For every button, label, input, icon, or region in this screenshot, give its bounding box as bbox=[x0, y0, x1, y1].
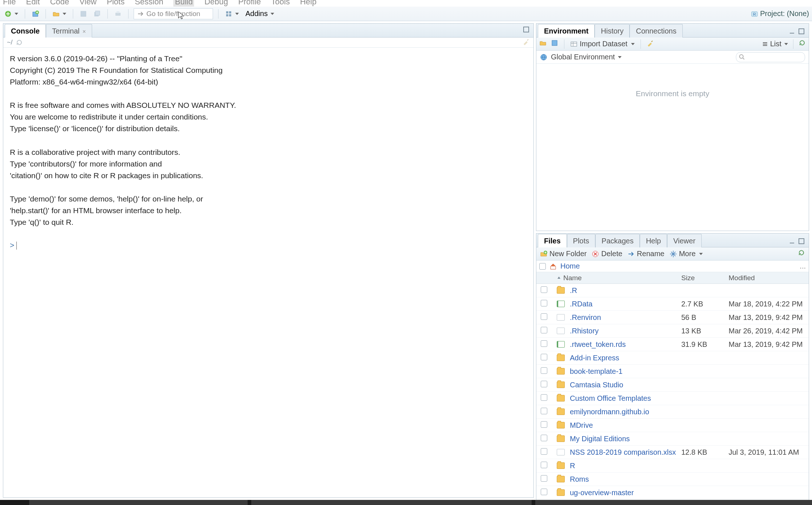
file-row[interactable]: R bbox=[536, 459, 809, 473]
header-size[interactable]: Size bbox=[681, 274, 729, 282]
file-checkbox[interactable] bbox=[541, 300, 547, 306]
new-project-button[interactable] bbox=[30, 9, 40, 18]
refresh-env-button[interactable] bbox=[799, 39, 806, 48]
tab-viewer[interactable]: Viewer bbox=[667, 234, 702, 247]
tab-help[interactable]: Help bbox=[640, 234, 667, 247]
env-scope-bar: Global Environment bbox=[536, 51, 809, 64]
env-search-input[interactable] bbox=[736, 52, 805, 62]
tab-packages[interactable]: Packages bbox=[595, 234, 640, 247]
file-checkbox[interactable] bbox=[541, 340, 547, 347]
file-row[interactable]: .Rhistory13 KBMar 26, 2019, 4:42 PM bbox=[536, 324, 809, 338]
menu-help[interactable]: Help bbox=[300, 0, 316, 7]
restart-icon[interactable] bbox=[16, 39, 23, 46]
maximize-icon[interactable] bbox=[798, 238, 805, 245]
file-name: .R bbox=[570, 286, 577, 295]
menu-plots[interactable]: Plots bbox=[107, 0, 125, 7]
save-all-button[interactable] bbox=[92, 9, 102, 18]
new-folder-button[interactable]: New Folder bbox=[540, 250, 587, 258]
new-file-button[interactable] bbox=[3, 9, 20, 18]
file-row[interactable]: NSS 2018-2019 comparison.xlsx12.8 KBJul … bbox=[536, 446, 809, 459]
file-checkbox[interactable] bbox=[541, 462, 547, 468]
file-checkbox[interactable] bbox=[541, 435, 547, 441]
save-workspace-button[interactable] bbox=[551, 39, 558, 48]
open-file-button[interactable] bbox=[51, 9, 68, 18]
menu-debug[interactable]: Debug bbox=[204, 0, 228, 7]
maximize-button[interactable] bbox=[519, 24, 533, 37]
print-button[interactable] bbox=[113, 9, 123, 18]
file-checkbox[interactable] bbox=[541, 421, 547, 428]
header-name[interactable]: Name bbox=[555, 274, 681, 282]
file-checkbox[interactable] bbox=[541, 408, 547, 414]
more-button[interactable]: More bbox=[670, 250, 703, 258]
tab-connections[interactable]: Connections bbox=[630, 24, 682, 38]
delete-button[interactable]: Delete bbox=[592, 250, 622, 258]
file-checkbox[interactable] bbox=[541, 475, 547, 482]
tab-history[interactable]: History bbox=[595, 24, 630, 38]
menu-edit[interactable]: Edit bbox=[26, 0, 40, 7]
plus-circle-icon bbox=[4, 10, 12, 17]
tab-plots[interactable]: Plots bbox=[567, 234, 595, 247]
file-row[interactable]: Camtasia Studio bbox=[536, 378, 809, 392]
console-output[interactable]: R version 3.6.0 (2019-04-26) -- "Plantin… bbox=[3, 48, 533, 497]
grid-button[interactable] bbox=[224, 9, 240, 18]
file-checkbox[interactable] bbox=[541, 489, 547, 495]
file-row[interactable]: .R bbox=[536, 284, 809, 297]
file-row[interactable]: Add-in Express bbox=[536, 351, 809, 365]
file-checkbox[interactable] bbox=[541, 313, 547, 320]
tab-environment[interactable]: Environment bbox=[538, 24, 595, 38]
clear-env-button[interactable] bbox=[647, 39, 654, 48]
close-icon[interactable]: × bbox=[82, 28, 86, 35]
files-breadcrumb: Home ... bbox=[536, 261, 809, 272]
header-modified[interactable]: Modified bbox=[729, 274, 809, 282]
save-button[interactable] bbox=[78, 9, 88, 18]
menu-tools[interactable]: Tools bbox=[271, 0, 290, 7]
minimize-icon[interactable] bbox=[788, 238, 796, 245]
select-all-checkbox[interactable] bbox=[539, 263, 546, 270]
load-workspace-button[interactable] bbox=[539, 39, 547, 48]
menu-profile[interactable]: Profile bbox=[238, 0, 261, 7]
folder-icon bbox=[557, 287, 565, 294]
menu-session[interactable]: Session bbox=[135, 0, 163, 7]
import-dataset-button[interactable]: Import Dataset bbox=[570, 40, 635, 48]
tab-console[interactable]: Console bbox=[5, 24, 46, 38]
file-row[interactable]: emilynordmann.github.io bbox=[536, 405, 809, 419]
refresh-files-button[interactable] bbox=[798, 249, 805, 258]
file-row[interactable]: book-template-1 bbox=[536, 365, 809, 378]
addins-button[interactable]: Addins bbox=[244, 9, 276, 19]
folder-icon bbox=[557, 368, 565, 375]
file-row[interactable]: .Renviron56 BMar 13, 2019, 9:42 PM bbox=[536, 311, 809, 324]
breadcrumb-home[interactable]: Home bbox=[560, 262, 580, 270]
file-row[interactable]: MDrive bbox=[536, 419, 809, 432]
menu-code[interactable]: Code bbox=[50, 0, 69, 7]
env-scope-button[interactable]: Global Environment bbox=[551, 53, 622, 61]
rename-button[interactable]: Rename bbox=[627, 250, 665, 258]
file-checkbox[interactable] bbox=[541, 327, 547, 333]
goto-file-input[interactable]: Go to file/function bbox=[134, 8, 213, 19]
file-row[interactable]: My Digital Editions bbox=[536, 432, 809, 446]
file-row[interactable]: .rtweet_token.rds31.9 KBMar 13, 2019, 9:… bbox=[536, 338, 809, 351]
console-path: ~/ bbox=[7, 39, 13, 46]
maximize-icon[interactable] bbox=[798, 28, 805, 35]
file-checkbox[interactable] bbox=[541, 367, 547, 374]
file-checkbox[interactable] bbox=[541, 286, 547, 293]
home-icon[interactable] bbox=[549, 263, 557, 270]
file-row[interactable]: .RData2.7 KBMar 18, 2019, 4:22 PM bbox=[536, 297, 809, 311]
tab-terminal[interactable]: Terminal× bbox=[46, 24, 92, 38]
file-checkbox[interactable] bbox=[541, 354, 547, 360]
menu-view[interactable]: View bbox=[79, 0, 96, 7]
more-path-button[interactable]: ... bbox=[800, 262, 806, 270]
file-row[interactable]: ug-overview-master bbox=[536, 486, 809, 500]
view-mode-button[interactable]: List bbox=[761, 40, 788, 48]
file-row[interactable]: Custom Office Templates bbox=[536, 392, 809, 405]
project-menu[interactable]: R Project: (None) bbox=[751, 9, 809, 18]
file-row[interactable]: Roms bbox=[536, 473, 809, 486]
menu-file[interactable]: File bbox=[3, 0, 16, 7]
clear-console-button[interactable] bbox=[523, 38, 530, 47]
file-checkbox[interactable] bbox=[541, 448, 547, 455]
file-name: NSS 2018-2019 comparison.xlsx bbox=[570, 448, 676, 457]
menu-build[interactable]: Build bbox=[173, 0, 194, 7]
file-checkbox[interactable] bbox=[541, 381, 547, 387]
file-checkbox[interactable] bbox=[541, 394, 547, 401]
minimize-icon[interactable] bbox=[788, 28, 796, 35]
tab-files[interactable]: Files bbox=[538, 234, 567, 247]
